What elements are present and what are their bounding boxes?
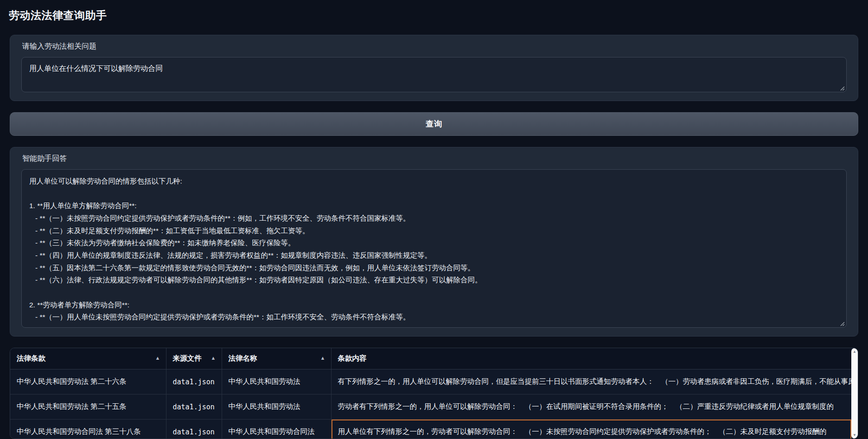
query-button[interactable]: 查询 — [10, 112, 858, 136]
scroll-up-icon[interactable]: ▲ — [853, 348, 856, 355]
sort-asc-icon[interactable]: ▲ — [211, 355, 216, 361]
cell-law-name[interactable]: 中华人民共和国劳动法 — [222, 394, 331, 420]
scroll-down-icon[interactable]: ▼ — [853, 432, 856, 439]
sort-asc-icon[interactable]: ▲ — [320, 355, 326, 361]
cell-law-name[interactable]: 中华人民共和国劳动法 — [222, 369, 331, 394]
cell-source-file[interactable]: data1.json — [166, 420, 222, 439]
cell-content[interactable]: 有下列情形之一的，用人单位可以解除劳动合同，但是应当提前三十日以书面形式通知劳动… — [331, 369, 851, 394]
cell-statute[interactable]: 中华人民共和国劳动法 第二十五条 — [10, 394, 166, 420]
app-container: 劳动法法律查询助手 请输入劳动法相关问题 用人单位在什么情况下可以解除劳动合同 … — [0, 0, 868, 439]
table-row: 中华人民共和国劳动法 第二十六条 data1.json 中华人民共和国劳动法 有… — [10, 369, 851, 394]
col-header-statute[interactable]: ▲ 法律条款 — [10, 348, 166, 369]
answer-group: 智能助手回答 用人单位可以解除劳动合同的情形包括以下几种: 1. **用人单位单… — [10, 147, 858, 337]
resize-grip-icon[interactable] — [839, 84, 845, 90]
table-vertical-scrollbar[interactable]: ▲ ▼ — [851, 348, 858, 439]
table-header-row: ▲ 法律条款 ▲ 来源文件 ▲ 法律名称 条款内容 — [10, 348, 851, 369]
answer-textarea[interactable]: 用人单位可以解除劳动合同的情形包括以下几种: 1. **用人单位单方解除劳动合同… — [21, 169, 847, 328]
question-label: 请输入劳动法相关问题 — [22, 42, 846, 51]
results-table-scroll-area: ▲ 法律条款 ▲ 来源文件 ▲ 法律名称 条款内容 — [10, 348, 851, 439]
question-group: 请输入劳动法相关问题 用人单位在什么情况下可以解除劳动合同 — [10, 35, 858, 101]
cell-content-selected[interactable]: 用人单位有下列情形之一的，劳动者可以解除劳动合同： （一）未按照劳动合同约定提供… — [331, 420, 851, 439]
cell-content[interactable]: 劳动者有下列情形之一的，用人单位可以解除劳动合同： （一）在试用期间被证明不符合… — [331, 394, 851, 420]
cell-law-name[interactable]: 中华人民共和国劳动合同法 — [222, 420, 331, 439]
cell-statute[interactable]: 中华人民共和国劳动合同法 第三十八条 — [10, 420, 166, 439]
page-title: 劳动法法律查询助手 — [9, 8, 859, 23]
table-row: 中华人民共和国劳动合同法 第三十八条 data1.json 中华人民共和国劳动合… — [10, 420, 851, 439]
table-row: 中华人民共和国劳动法 第二十五条 data1.json 中华人民共和国劳动法 劳… — [10, 394, 851, 420]
results-table: ▲ 法律条款 ▲ 来源文件 ▲ 法律名称 条款内容 — [10, 348, 851, 439]
answer-label: 智能助手回答 — [22, 154, 846, 164]
question-textarea[interactable]: 用人单位在什么情况下可以解除劳动合同 — [21, 57, 847, 92]
resize-grip-icon[interactable] — [839, 320, 845, 325]
cell-source-file[interactable]: data1.json — [166, 369, 222, 394]
sort-asc-icon[interactable]: ▲ — [155, 355, 160, 361]
col-header-law-name[interactable]: ▲ 法律名称 — [222, 348, 331, 369]
col-header-source-file[interactable]: ▲ 来源文件 — [166, 348, 222, 369]
cell-statute[interactable]: 中华人民共和国劳动法 第二十六条 — [10, 369, 166, 394]
col-header-content[interactable]: 条款内容 — [331, 348, 851, 369]
results-table-block: ▲ 法律条款 ▲ 来源文件 ▲ 法律名称 条款内容 — [10, 348, 858, 439]
cell-source-file[interactable]: data1.json — [166, 394, 222, 420]
